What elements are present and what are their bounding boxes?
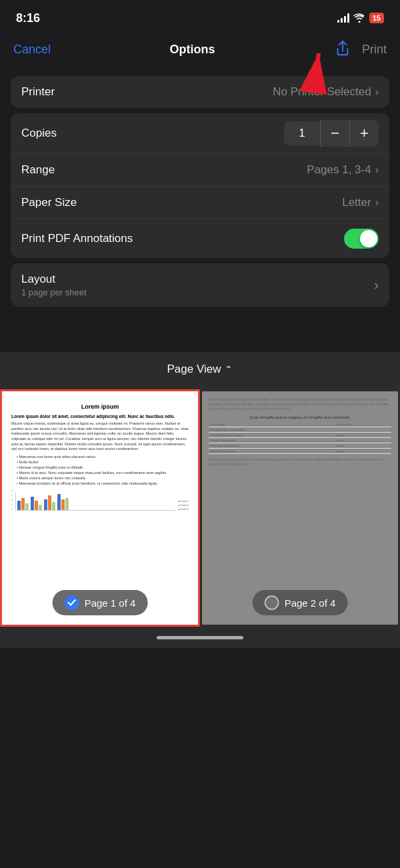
cancel-button[interactable]: Cancel	[13, 43, 51, 57]
printer-section: Printer No Printer Selected ›	[11, 76, 389, 108]
page-view-header: Page View ⌃	[0, 363, 400, 384]
pdf-annotations-row[interactable]: Print PDF Annotations	[11, 219, 389, 258]
page-2-uncheck-icon	[265, 595, 279, 610]
layout-section: Layout 1 page per sheet ›	[11, 263, 389, 307]
copies-label: Copies	[21, 127, 57, 140]
range-row[interactable]: Range Pages 1, 3-4 ›	[11, 154, 389, 187]
mini-chart: 86420	[11, 491, 189, 511]
page1-bullet-1: • Maecenas non lorem quis tellus placera…	[11, 455, 189, 459]
range-chevron-icon: ›	[375, 164, 379, 176]
options-section: Copies 1 − + Range Pages 1, 3-4 › Paper …	[11, 113, 389, 258]
copies-stepper: 1 − +	[284, 120, 379, 147]
paper-size-value-group: Letter ›	[342, 196, 379, 209]
page-view-label: Page View	[167, 363, 221, 376]
print-button[interactable]: Print	[362, 43, 387, 57]
page1-bullet-5: • Morbi viverra semper lorem nec molesti…	[11, 476, 189, 480]
range-value: Pages 1, 3-4	[307, 163, 371, 177]
status-time: 8:16	[16, 11, 40, 25]
nav-right-buttons: Print	[334, 40, 387, 59]
table-row: Ipsum molestia tuctusipsum	[209, 449, 391, 454]
printer-chevron-icon: ›	[375, 86, 379, 98]
pdf-annotations-toggle[interactable]	[344, 229, 379, 249]
thumbnails-row: Lorem ipsum Lorem ipsum dolor sit amet, …	[0, 384, 400, 627]
page1-subtitle: Lorem ipsum dolor sit amet, consectetur …	[11, 414, 189, 419]
copies-value: 1	[284, 121, 320, 145]
page1-bullet-4: • Mauris id at arcu. Nunc vulputate nequ…	[11, 471, 189, 475]
pdf-annotations-label: Print PDF Annotations	[21, 232, 133, 245]
page2-table: Luctus ipsumLuctus lorem In sodales diam…	[209, 422, 391, 454]
page2-table-heading: Cras fringilla ipsum magna, in fringilla…	[209, 415, 391, 419]
layout-chevron-icon: ›	[374, 277, 379, 293]
home-bar	[157, 636, 243, 639]
page2-body1: In mi mauris justo, risus vulputate eu a…	[209, 398, 391, 411]
page-1-check-icon	[65, 595, 79, 610]
share-button[interactable]	[334, 40, 351, 59]
paper-size-value: Letter	[342, 196, 371, 209]
status-icons: 15	[337, 13, 384, 23]
printer-value: No Printer Selected	[273, 85, 371, 99]
page-view-section: Page View ⌃ Lorem ipsum Lorem ipsum dolo…	[0, 352, 400, 648]
table-row: Luctus ipsumLuctus lorem	[209, 422, 391, 427]
page-1-label: Page 1 of 4	[85, 597, 136, 609]
nav-bar: Cancel Options Print	[0, 33, 400, 71]
paper-size-row[interactable]: Paper Size Letter ›	[11, 187, 389, 219]
status-bar: 8:16 15	[0, 0, 400, 33]
battery-indicator: 15	[369, 13, 384, 23]
page2-body2: Proin volutpat turpis fermentum, ut turp…	[209, 458, 391, 467]
page-2-thumbnail[interactable]: In mi mauris justo, risus vulputate eu a…	[200, 389, 400, 627]
toggle-knob	[360, 230, 377, 247]
page-1-label-wrap: Page 1 of 4	[53, 590, 148, 615]
page1-title: Lorem ipsum	[11, 403, 189, 410]
table-row: Cras fringilla ipsum magnaipsum	[209, 433, 391, 438]
printer-row[interactable]: Printer No Printer Selected ›	[11, 76, 389, 108]
range-label: Range	[21, 163, 55, 177]
table-row: Sohsumt orby nittornisLorem	[209, 438, 391, 443]
layout-subtitle: 1 page per sheet	[21, 287, 87, 297]
page1-body: Mauris vaque massa, scelerisque ut amet …	[11, 421, 189, 452]
printer-label: Printer	[21, 85, 55, 99]
page1-bullet-3: • Aenean congue fringilla justo ut dikta…	[11, 465, 189, 469]
table-row: Nulla vitae condimentumLorem	[209, 443, 391, 449]
table-row: In sodales diam vitae dapibus	[209, 427, 391, 433]
layout-title: Layout	[21, 273, 87, 286]
range-value-group: Pages 1, 3-4 ›	[307, 163, 379, 177]
layout-row[interactable]: Layout 1 page per sheet ›	[11, 263, 389, 307]
copies-decrement-button[interactable]: −	[320, 120, 349, 147]
chevron-up-icon: ⌃	[225, 364, 233, 375]
home-indicator	[0, 627, 400, 648]
copies-row: Copies 1 − +	[11, 113, 389, 154]
copies-increment-button[interactable]: +	[349, 120, 379, 147]
page1-bullet-2: • Nulla facilisi	[11, 460, 189, 464]
page-2-label: Page 2 of 4	[285, 597, 336, 609]
signal-icon	[337, 13, 349, 23]
page-2-label-wrap: Page 2 of 4	[253, 590, 348, 615]
paper-size-label: Paper Size	[21, 196, 77, 209]
wifi-icon	[353, 13, 365, 23]
page-1-thumbnail[interactable]: Lorem ipsum Lorem ipsum dolor sit amet, …	[0, 389, 200, 627]
spacer	[0, 312, 400, 339]
share-icon	[334, 40, 351, 57]
page-title: Options	[170, 43, 215, 57]
page1-bullet-6: • Maecenas tincidunt sit at officiat jus…	[11, 481, 189, 485]
printer-value-group: No Printer Selected ›	[273, 85, 379, 99]
layout-text: Layout 1 page per sheet	[21, 273, 87, 297]
paper-size-chevron-icon: ›	[375, 197, 379, 209]
